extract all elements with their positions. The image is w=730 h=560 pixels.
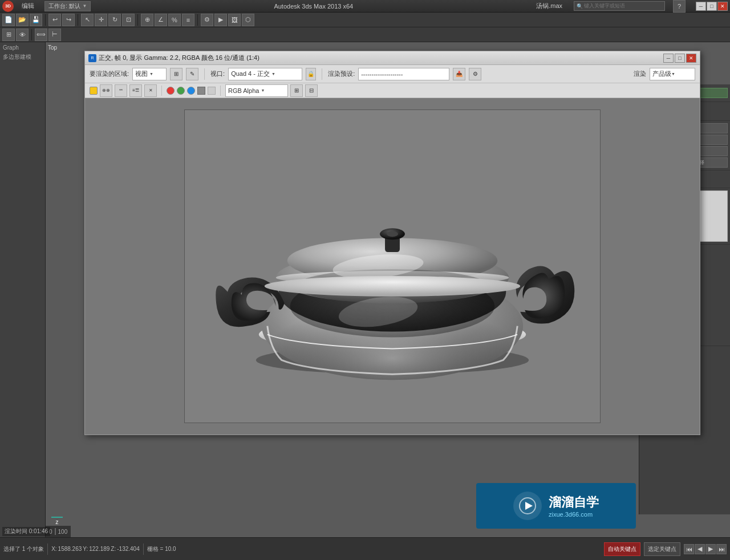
svg-point-14 — [387, 231, 398, 237]
preset-load-btn[interactable]: 📥 — [453, 68, 465, 80]
select-btn[interactable]: ↖ — [81, 14, 94, 26]
toolbar2-btn4[interactable]: ✕ — [144, 84, 157, 97]
preset-input[interactable]: -------------------- — [358, 68, 449, 80]
play-back-btn[interactable]: ◀ — [695, 544, 705, 554]
sep3 — [137, 14, 138, 26]
undo-btn[interactable]: ↩ — [48, 14, 61, 26]
rotate-btn[interactable]: ↻ — [108, 14, 121, 26]
new-btn[interactable]: 📄 — [2, 14, 15, 26]
playback-controls: ⏮ ◀ ▶ ⏭ — [684, 544, 727, 554]
mono-btn[interactable] — [197, 87, 205, 95]
main-application: 3D 编辑 工作台: 默认 ▼ Autodesk 3ds Max 2013 x6… — [0, 0, 730, 560]
move-btn[interactable]: ✛ — [95, 14, 107, 26]
redo-btn[interactable]: ↪ — [62, 14, 75, 26]
search-icon: 🔍 — [577, 3, 583, 9]
workspace-dropdown-arrow[interactable]: ▼ — [83, 3, 87, 9]
watermark-brand-title: 溜溜自学 — [549, 494, 599, 511]
spinner-snap-btn[interactable]: ≡ — [182, 14, 194, 26]
viewport-area: Top z x y 0 100 — [46, 42, 730, 537]
quality-dropdown[interactable]: 产品级 ▼ — [650, 68, 695, 80]
render-frame-controls: ─ □ ✕ — [663, 54, 696, 63]
toolbar-icons: ? — [673, 0, 686, 13]
play-prev-btn[interactable]: ⏮ — [684, 544, 694, 554]
mirror-btn[interactable]: ⟺ — [35, 29, 47, 41]
render-btn[interactable]: ▶ — [214, 14, 227, 26]
search-bar[interactable]: 🔍 键入关键字或短语 — [574, 1, 665, 11]
area-icon2[interactable]: ✎ — [186, 68, 198, 80]
render-frame-close[interactable]: ✕ — [686, 54, 696, 63]
area-dropdown[interactable]: 视图 ▼ — [132, 68, 167, 80]
sep5 — [31, 29, 32, 40]
layer-btn[interactable]: ⊞ — [2, 29, 15, 41]
sep2 — [78, 14, 78, 26]
preset-save-btn[interactable]: ⚙ — [469, 68, 481, 80]
grid-text: 栅格 = 10.0 — [147, 545, 176, 553]
area-icon1[interactable]: ⊞ — [170, 68, 182, 80]
z-label: Z: — [111, 546, 116, 552]
rf-sep4 — [220, 86, 221, 96]
main-toolbar-2: ⊞ 👁 ⟺ ⊢ — [0, 27, 730, 42]
rf-sep2 — [322, 68, 322, 80]
app-title-text: Autodesk 3ds Max 2013 x64 — [96, 3, 530, 10]
watermark: 溜溜自学 zixue.3d66.com — [476, 483, 636, 529]
toolbar2-btn1[interactable]: ⊕⊕ — [100, 84, 112, 97]
preset-value: -------------------- — [361, 71, 403, 78]
color-dot-green[interactable] — [177, 87, 185, 95]
viewport-label-rf: 视口: — [210, 70, 225, 78]
bot-sep1 — [47, 543, 48, 555]
render-image-area — [85, 98, 700, 435]
app-logo: 3D — [2, 1, 14, 12]
minimize-button[interactable]: ─ — [696, 2, 706, 11]
play-circle-icon — [519, 497, 536, 514]
sidebar-graph[interactable]: Graph — [1, 43, 44, 52]
open-btn[interactable]: 📂 — [16, 14, 29, 26]
frame-100-label: 100 — [58, 529, 68, 535]
setkey-btn[interactable]: 选定关键点 — [644, 542, 680, 556]
toolbar2-btn3[interactable]: ≡☰ — [129, 84, 142, 97]
sidebar-poly-modeling[interactable]: 多边形建模 — [1, 52, 44, 62]
preset-label: 渲染预设: — [328, 70, 355, 78]
close-button[interactable]: ✕ — [717, 2, 728, 11]
angle-snap-btn[interactable]: ∠ — [155, 14, 167, 26]
lock-btn[interactable]: 🔒 — [306, 68, 316, 80]
rendered-image — [184, 109, 601, 423]
x-label: X: — [51, 546, 56, 552]
white-btn[interactable] — [208, 87, 216, 95]
snap-btn[interactable]: ⊕ — [141, 14, 153, 26]
channel-dropdown[interactable]: RGB Alpha ▼ — [225, 84, 288, 97]
render-label: 渲染 — [634, 70, 646, 78]
play-next-btn[interactable]: ⏭ — [716, 544, 727, 554]
channel-btn1[interactable]: ⊞ — [290, 84, 303, 97]
x-val: 1588.263 — [58, 546, 82, 552]
render-frame-max[interactable]: □ — [675, 54, 685, 63]
align-btn[interactable]: ⊢ — [48, 29, 61, 41]
svg-point-15 — [265, 276, 520, 297]
watermark-play-icon — [513, 492, 542, 520]
render-frame-min[interactable]: ─ — [663, 54, 674, 63]
display-btn[interactable]: 👁 — [16, 29, 29, 41]
viewport-dropdown[interactable]: Quad 4 - 正交 ▼ — [228, 68, 302, 80]
toolbar2-btn2[interactable]: ** — [115, 84, 127, 97]
channel-arrow: ▼ — [261, 88, 265, 92]
pot-render-svg — [185, 110, 600, 423]
percent-snap-btn[interactable]: % — [168, 14, 181, 26]
viewport-dropdown-arrow: ▼ — [271, 72, 275, 76]
render-frame-btn[interactable]: 🖼 — [228, 14, 241, 26]
quality-value: 产品级 — [652, 70, 671, 78]
material-editor-btn[interactable]: ⬡ — [242, 14, 254, 26]
help-icon[interactable]: ? — [673, 0, 686, 13]
maximize-button[interactable]: □ — [707, 2, 717, 11]
watermark-brand-site: zixue.3d66.com — [549, 511, 599, 518]
menu-edit[interactable]: 编辑 — [19, 2, 36, 10]
search-placeholder: 键入关键字或短语 — [584, 2, 662, 10]
play-btn[interactable]: ▶ — [705, 544, 716, 554]
color-dot-red[interactable] — [167, 87, 175, 95]
render-setup-btn[interactable]: ⚙ — [201, 14, 213, 26]
channel-btn2[interactable]: ⊟ — [305, 84, 318, 97]
save-btn[interactable]: 💾 — [30, 14, 42, 26]
rf-sep1 — [204, 68, 205, 80]
color-dot-blue[interactable] — [187, 87, 195, 95]
scale-btn[interactable]: ⊡ — [122, 14, 135, 26]
autokey-btn[interactable]: 自动关键点 — [604, 542, 640, 556]
frame-track[interactable] — [55, 528, 56, 535]
